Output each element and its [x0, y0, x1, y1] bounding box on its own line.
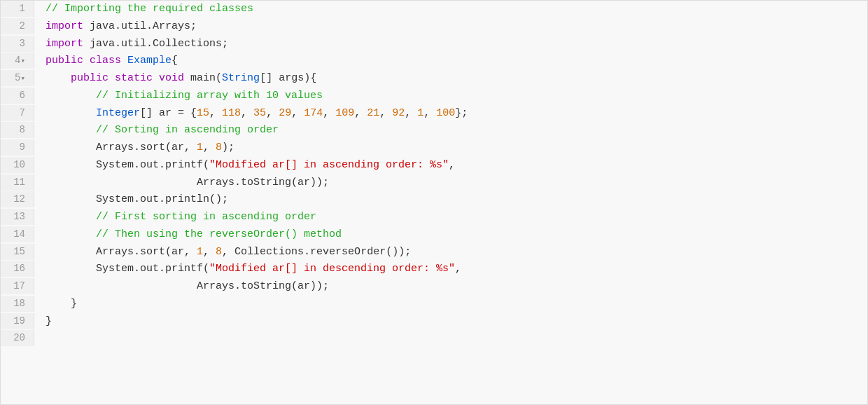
line-number: 18 [1, 296, 34, 312]
line-content: public static void main(String[] args){ [34, 70, 316, 88]
code-line: 13 // First sorting in ascending order [1, 209, 867, 226]
line-number: 16 [1, 261, 34, 277]
line-content: // Sorting in ascending order [34, 122, 279, 139]
line-number: 13 [1, 209, 34, 225]
line-content: System.out.println(); [34, 191, 228, 209]
line-content: System.out.printf("Modified ar[] in asce… [34, 157, 455, 174]
line-content: Integer[] ar = {15, 118, 35, 29, 174, 10… [34, 105, 468, 123]
line-content: // Importing the required classes [34, 1, 253, 18]
line-content: import java.util.Arrays; [34, 18, 197, 36]
line-number: 15 [1, 244, 34, 260]
code-line: 19} [1, 313, 867, 331]
code-line: 17 Arrays.toString(ar)); [1, 278, 867, 296]
line-number: 5▾ [1, 70, 34, 86]
line-number: 2 [1, 18, 34, 34]
line-number: 20 [1, 330, 34, 346]
line-content: Arrays.toString(ar)); [34, 174, 329, 192]
code-line: 1// Importing the required classes [1, 1, 867, 18]
code-line: 11 Arrays.toString(ar)); [1, 174, 867, 192]
code-line: 20 [1, 330, 867, 346]
line-content: import java.util.Collections; [34, 36, 228, 53]
code-line: 6 // Initializing array with 10 values [1, 88, 867, 105]
code-line: 15 Arrays.sort(ar, 1, 8, Collections.rev… [1, 244, 867, 261]
code-line: 14 // Then using the reverseOrder() meth… [1, 226, 867, 244]
line-content: System.out.printf("Modified ar[] in desc… [34, 261, 461, 278]
code-line: 9 Arrays.sort(ar, 1, 8); [1, 139, 867, 157]
code-line: 4▾public class Example{ [1, 53, 867, 70]
line-content: } [34, 296, 77, 313]
code-editor: 1// Importing the required classes2impor… [0, 0, 868, 405]
code-lines: 1// Importing the required classes2impor… [1, 1, 867, 346]
code-line: 10 System.out.printf("Modified ar[] in a… [1, 157, 867, 174]
line-number: 19 [1, 313, 34, 329]
code-line: 2import java.util.Arrays; [1, 18, 867, 36]
code-line: 7 Integer[] ar = {15, 118, 35, 29, 174, … [1, 105, 867, 123]
line-content: // First sorting in ascending order [34, 209, 316, 226]
line-content: Arrays.sort(ar, 1, 8); [34, 139, 234, 157]
line-content: // Initializing array with 10 values [34, 88, 323, 105]
line-number: 14 [1, 226, 34, 242]
line-content: public class Example{ [34, 53, 178, 70]
line-number: 8 [1, 122, 34, 138]
line-number: 4▾ [1, 53, 34, 69]
line-number: 11 [1, 174, 34, 191]
code-line: 12 System.out.println(); [1, 191, 867, 209]
code-line: 3import java.util.Collections; [1, 36, 867, 53]
line-number: 3 [1, 36, 34, 52]
line-content: Arrays.toString(ar)); [34, 278, 329, 296]
line-number: 7 [1, 105, 34, 121]
line-number: 6 [1, 88, 34, 104]
line-content: Arrays.sort(ar, 1, 8, Collections.revers… [34, 244, 411, 261]
line-content: } [34, 313, 52, 331]
code-line: 8 // Sorting in ascending order [1, 122, 867, 139]
line-number: 17 [1, 278, 34, 294]
line-content: // Then using the reverseOrder() method [34, 226, 342, 244]
line-number: 12 [1, 191, 34, 207]
code-line: 16 System.out.printf("Modified ar[] in d… [1, 261, 867, 278]
line-number: 9 [1, 139, 34, 156]
line-number: 10 [1, 157, 34, 173]
code-line: 5▾ public static void main(String[] args… [1, 70, 867, 88]
code-line: 18 } [1, 296, 867, 313]
line-number: 1 [1, 1, 34, 17]
